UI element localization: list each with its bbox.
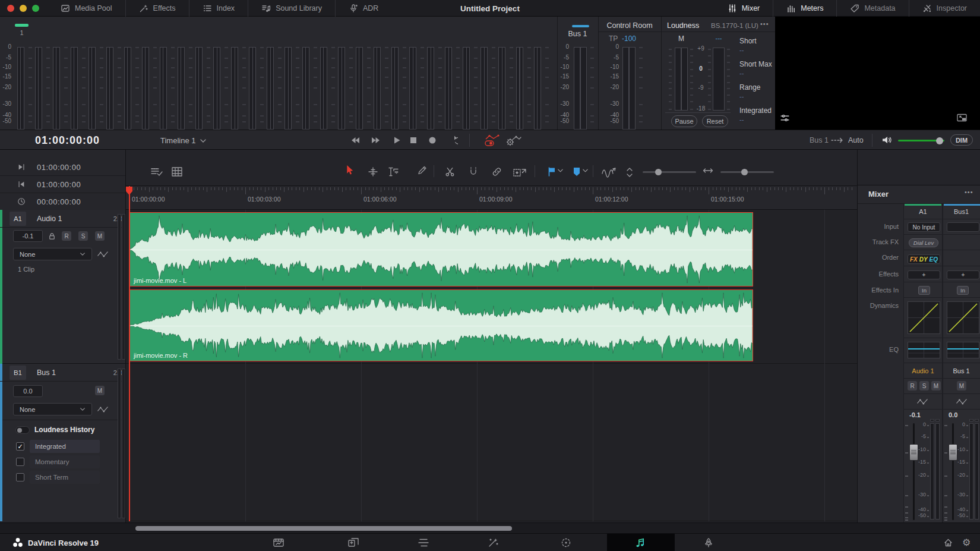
mute-button[interactable]: M: [95, 231, 105, 241]
bus-plugin-dropdown[interactable]: None: [13, 403, 92, 415]
input-select-bus1[interactable]: [947, 222, 979, 232]
track-header-a1[interactable]: A1 Audio 1 2.0 -0.1 R S M None 1 Clip: [0, 210, 126, 364]
skip-start-icon[interactable]: [17, 180, 26, 188]
snap-magnet-tool[interactable]: [468, 166, 479, 177]
viewer-options-icon[interactable]: [780, 113, 790, 123]
dynamics-graph-a1[interactable]: [908, 301, 940, 334]
play-button[interactable]: [392, 136, 402, 145]
duration-timecode[interactable]: 00:00:00:00: [37, 197, 81, 206]
home-icon[interactable]: [943, 538, 953, 547]
order-badge-a1[interactable]: FX DY EQ: [908, 254, 940, 264]
mixer-options-menu[interactable]: •••: [965, 188, 973, 196]
monitor-bus-label[interactable]: Bus 1: [810, 136, 829, 144]
integrated-checkbox[interactable]: ✓: [16, 442, 24, 451]
effects-in-a1[interactable]: In: [918, 286, 930, 295]
marker-color-chevron[interactable]: [582, 168, 589, 173]
zoom-window-button[interactable]: [32, 5, 39, 12]
add-effect-a1[interactable]: +: [908, 270, 940, 279]
mixer-rec-a1[interactable]: R: [908, 381, 917, 391]
page-edit[interactable]: [416, 536, 431, 549]
track-lane-b1[interactable]: [126, 364, 857, 521]
scrollbar-thumb[interactable]: [135, 526, 512, 531]
vertical-zoom-knob[interactable]: [655, 169, 662, 175]
momentary-option[interactable]: Momentary: [30, 455, 100, 468]
page-media[interactable]: [271, 536, 286, 549]
channel-name-bus1[interactable]: Bus 1: [943, 364, 979, 378]
horizontal-scrollbar[interactable]: [0, 522, 980, 533]
edit-selection-tool[interactable]: [387, 166, 399, 178]
index-button[interactable]: Index: [189, 0, 248, 17]
rewind-button[interactable]: [350, 136, 360, 145]
stop-button[interactable]: [409, 136, 418, 145]
add-effect-bus1[interactable]: +: [947, 270, 979, 279]
page-cut[interactable]: [346, 536, 361, 549]
end-timecode[interactable]: 01:00:00:00: [37, 163, 81, 172]
speaker-icon[interactable]: [881, 135, 893, 145]
expand-viewer-icon[interactable]: [956, 112, 968, 122]
short-term-option[interactable]: Short Term: [30, 471, 100, 484]
record-button[interactable]: [428, 136, 437, 145]
channel-id-a1[interactable]: A1: [904, 208, 942, 215]
automation-curve-icon[interactable]: [97, 405, 109, 413]
media-pool-button[interactable]: Media Pool: [48, 0, 125, 17]
integrated-option[interactable]: Integrated: [30, 440, 100, 453]
mixer-toggle-button[interactable]: Mixer: [715, 0, 773, 17]
vertical-zoom-icon[interactable]: [625, 166, 634, 178]
razor-tool[interactable]: [445, 166, 455, 177]
loudness-history-toggle[interactable]: [15, 426, 30, 434]
loudness-options-menu[interactable]: •••: [760, 20, 769, 27]
horizontal-zoom-icon[interactable]: [703, 166, 713, 175]
track-plugin-dropdown[interactable]: None: [13, 248, 92, 260]
channel-name-a1[interactable]: Audio 1: [904, 364, 942, 378]
short-term-checkbox[interactable]: [16, 473, 24, 481]
mute-button[interactable]: M: [95, 386, 105, 395]
track-list-icon[interactable]: [150, 166, 163, 177]
waveform-zoom-icon[interactable]: [601, 166, 617, 178]
eq-graph-a1[interactable]: [908, 342, 940, 358]
start-timecode[interactable]: 01:00:00:00: [37, 180, 81, 189]
fast-forward-button[interactable]: [371, 136, 381, 145]
flexi-keyframe-tool[interactable]: [513, 166, 528, 177]
pencil-tool[interactable]: [417, 165, 428, 176]
meters-toggle-button[interactable]: Meters: [773, 0, 836, 17]
input-select-a1[interactable]: No Input: [908, 222, 940, 232]
audio-clip-right[interactable]: jimi-movie.mov - R: [129, 289, 753, 361]
monitor-volume-knob[interactable]: [936, 137, 943, 144]
track-fx-badge-a1[interactable]: Dial Lev: [909, 238, 938, 247]
selection-tool[interactable]: [345, 165, 354, 176]
link-tool[interactable]: [491, 166, 502, 177]
loop-button[interactable]: [447, 136, 458, 145]
fader-value-bus1[interactable]: 0.0: [949, 411, 957, 418]
fader-value-a1[interactable]: -0.1: [909, 411, 921, 418]
dynamics-graph-bus1[interactable]: [947, 301, 979, 334]
adr-button[interactable]: ADR: [335, 0, 391, 17]
loudness-reset-button[interactable]: Reset: [702, 115, 728, 127]
mixer-solo-a1[interactable]: S: [919, 381, 929, 391]
page-fairlight[interactable]: [633, 536, 647, 549]
automation-settings-button[interactable]: [506, 134, 521, 146]
vertical-zoom-slider[interactable]: [643, 171, 696, 173]
page-fusion[interactable]: [486, 536, 501, 549]
close-window-button[interactable]: [7, 5, 14, 12]
loudness-pause-button[interactable]: Pause: [671, 115, 697, 127]
lock-icon[interactable]: [48, 232, 56, 241]
effects-in-bus1[interactable]: In: [957, 286, 969, 295]
page-deliver[interactable]: [701, 536, 716, 549]
project-settings-gear-icon[interactable]: ⚙: [962, 537, 970, 548]
sound-library-button[interactable]: Sound Library: [248, 0, 335, 17]
dim-button[interactable]: DIM: [950, 134, 973, 146]
track-volume-field[interactable]: 0.0: [13, 385, 43, 397]
solo-button[interactable]: S: [78, 231, 88, 241]
inspector-button[interactable]: Inspector: [909, 0, 980, 17]
range-selection-tool[interactable]: [368, 166, 378, 177]
fader-track-a1[interactable]: [913, 423, 915, 520]
effects-button[interactable]: Effects: [125, 0, 189, 17]
record-arm-button[interactable]: R: [62, 231, 71, 241]
audio-clip-left[interactable]: jimi-movie.mov - L: [129, 212, 753, 286]
marker-button[interactable]: [573, 166, 581, 177]
playhead[interactable]: [129, 186, 130, 521]
metadata-button[interactable]: Metadata: [836, 0, 908, 17]
track-name[interactable]: Audio 1: [37, 215, 62, 223]
flag-button[interactable]: [548, 166, 556, 177]
minimize-window-button[interactable]: [20, 5, 27, 12]
